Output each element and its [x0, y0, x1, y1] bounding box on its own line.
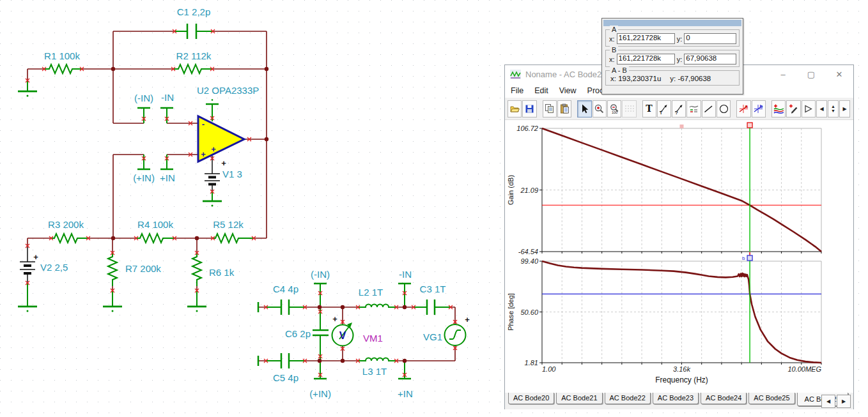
r2-resistor[interactable]: [173, 64, 212, 73]
svg-text:T: T: [646, 103, 653, 114]
cursor-b-handle[interactable]: [747, 255, 752, 261]
tab-ac-bode20[interactable]: AC Bode20: [508, 393, 554, 404]
l2-inductor[interactable]: [358, 305, 396, 307]
v2-battery[interactable]: [20, 262, 35, 273]
label-c5: C5 4p: [273, 372, 298, 383]
c6-capacitor[interactable]: [313, 307, 329, 361]
menu-item-file[interactable]: File: [511, 86, 523, 95]
net-tee-pos-in2[interactable]: [398, 361, 411, 379]
label-c3: C3 1T: [420, 284, 446, 294]
open-button[interactable]: [508, 100, 522, 118]
cursor-b-button[interactable]: b: [752, 100, 766, 118]
zoom-in-button[interactable]: [593, 100, 607, 118]
group-a-label: A: [610, 26, 618, 33]
add-curve-button[interactable]: [771, 100, 786, 118]
a-line-handle[interactable]: [680, 125, 684, 128]
tab-ac-bode24[interactable]: AC Bode24: [701, 393, 747, 404]
wires: [27, 31, 455, 361]
curve-next-button[interactable]: ▶: [839, 100, 850, 118]
menu-item-view[interactable]: View: [559, 86, 577, 95]
zoom-100-button[interactable]: 100: [607, 100, 621, 118]
net-tee-pos-in[interactable]: [160, 155, 173, 169]
v1-battery[interactable]: [205, 174, 220, 185]
label-r5: R5 12k: [213, 219, 244, 230]
tab-ac-bode25[interactable]: AC Bode25: [748, 393, 794, 404]
a-y-input[interactable]: 0: [684, 33, 736, 44]
cursor-b-group: B x: 161,221728k y: 67,90638: [605, 50, 740, 67]
tab-ac-bode22[interactable]: AC Bode22: [605, 393, 651, 404]
tab-ac-bode21[interactable]: AC Bode21: [556, 393, 602, 404]
label-pos-in: +IN: [160, 172, 175, 183]
grid-button[interactable]: [622, 100, 636, 118]
r3-resistor[interactable]: [51, 234, 88, 243]
net-tee-neg-in[interactable]: [160, 108, 173, 123]
tab-ac-bode23[interactable]: AC Bode23: [653, 393, 699, 404]
b-y-input[interactable]: 67,90638: [684, 54, 736, 64]
label-c1: C1 2,2p: [177, 6, 211, 17]
cursor-a-handle[interactable]: [747, 123, 752, 128]
tabs-scroll-left-button[interactable]: ◀: [821, 395, 835, 408]
l3-inductor[interactable]: [358, 358, 396, 361]
panel-grip[interactable]: [603, 20, 741, 26]
group-ab-label: A - B: [610, 66, 629, 74]
save-button[interactable]: [522, 100, 536, 118]
r1-resistor[interactable]: [44, 64, 82, 73]
cursor-a-button[interactable]: a: [736, 100, 750, 118]
maximize-button[interactable]: ▢: [797, 66, 825, 84]
ellipse-button[interactable]: [717, 100, 731, 118]
net-tee-pos-in-paren[interactable]: [137, 155, 150, 169]
select-pointer-button[interactable]: [577, 100, 591, 118]
spin-up-icon: ▲: [831, 104, 835, 109]
c3-capacitor[interactable]: [414, 299, 451, 315]
minimize-button[interactable]: –: [769, 66, 797, 84]
ellipse-icon: [718, 103, 729, 114]
a-x-input[interactable]: 161,221728k: [617, 33, 675, 44]
probe-button[interactable]: [786, 100, 800, 118]
label-r3: R3 200k: [48, 219, 84, 230]
curve-prev-button[interactable]: ◀: [816, 100, 827, 118]
tabs-scroll-right-button[interactable]: ▶: [837, 395, 851, 408]
paste-button[interactable]: [557, 100, 571, 118]
net-tee-pos-in2-paren[interactable]: [314, 361, 327, 379]
copy-button[interactable]: [543, 100, 557, 118]
net-tee-neg-in2-paren[interactable]: [314, 284, 327, 307]
line-button[interactable]: [702, 100, 716, 118]
label-r7: R7 200k: [125, 263, 161, 274]
net-tee-neg-in2[interactable]: [398, 284, 411, 307]
cursor-readout-panel[interactable]: A x: 161,221728k y: 0 B x: 161,221728k y…: [601, 18, 743, 95]
c5-capacitor[interactable]: [266, 353, 305, 368]
legend-button[interactable]: [686, 100, 701, 118]
c1-capacitor[interactable]: [174, 24, 213, 39]
menu-item-edit[interactable]: Edit: [534, 86, 548, 95]
r5-resistor[interactable]: [213, 234, 254, 243]
r4-resistor[interactable]: [136, 234, 174, 243]
query-arrow-icon: ?: [674, 103, 685, 114]
c4-capacitor[interactable]: [266, 299, 305, 315]
voltmeter-v-glyph: V: [339, 330, 346, 341]
r6-resistor[interactable]: [192, 253, 201, 286]
ground-symbol: [103, 291, 122, 312]
add-curves-icon: [773, 103, 785, 114]
cursor-b-icon: b: [753, 103, 764, 114]
u2-opamp[interactable]: - + +: [198, 116, 244, 162]
curve-spinner[interactable]: ▲▼: [828, 100, 839, 118]
r7-resistor[interactable]: [108, 253, 117, 286]
text-button[interactable]: T: [642, 100, 656, 118]
y-axis-title: Phase [deg]: [507, 293, 515, 331]
marker-button[interactable]: [802, 100, 816, 118]
b-x-input[interactable]: 161,221728k: [617, 54, 675, 64]
query-label-button[interactable]: ?: [672, 100, 686, 118]
auto-label-button[interactable]: T: [657, 100, 671, 118]
label-c6: C6 2p: [285, 328, 311, 339]
copy-icon: [544, 103, 555, 114]
vg1-generator[interactable]: [445, 324, 466, 345]
net-tee-neg-in-paren[interactable]: [137, 108, 150, 123]
close-button[interactable]: ✕: [825, 66, 853, 84]
toolbar: 100 T T ?: [505, 98, 853, 120]
ground-symbol: [18, 283, 37, 312]
label-l3: L3 1T: [362, 366, 387, 377]
label-c4: C4 4p: [273, 284, 298, 294]
xtick-label: 3.16k: [673, 365, 690, 373]
label-neg-in: -IN: [161, 92, 174, 103]
bode-plot-area: 106.7221.09-64.54Gain (dB)99.4050.601.81…: [505, 120, 853, 393]
